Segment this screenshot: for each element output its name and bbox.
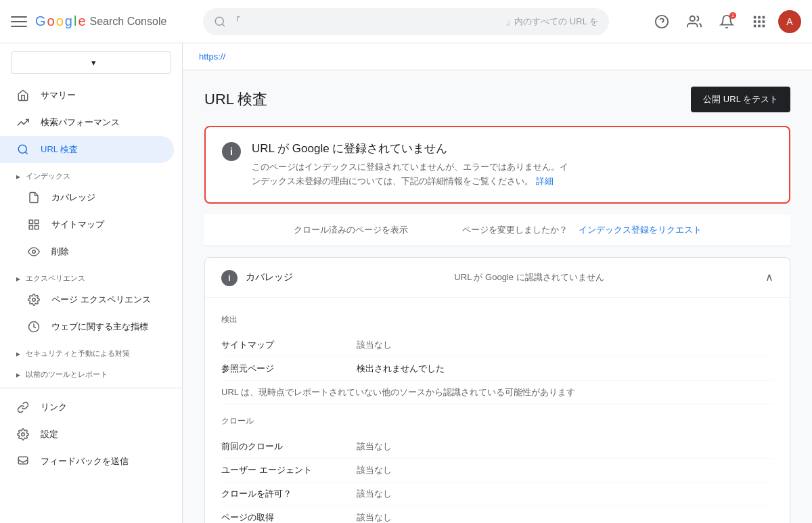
expand-index-icon[interactable]: ▸: [16, 172, 20, 181]
svg-rect-9: [758, 20, 761, 23]
user-agent-value: 該当なし: [357, 464, 392, 476]
sitemap-icon: [27, 218, 41, 231]
google-logo: Google Search Console: [35, 14, 166, 29]
svg-rect-10: [763, 20, 765, 23]
logo-e: e: [78, 14, 85, 29]
settings-gear-icon: [16, 428, 30, 441]
sidebar-item-search-performance[interactable]: 検索パフォーマンス: [0, 109, 174, 136]
svg-rect-11: [754, 24, 757, 27]
header-left: Google Search Console: [11, 14, 187, 30]
header: Google Search Console 」内のすべての URL を 1 A: [0, 0, 812, 43]
user-agent-label: ユーザー エージェント: [221, 464, 357, 476]
sidebar-item-removal[interactable]: 削除: [0, 238, 174, 265]
logo-g: G: [35, 14, 46, 29]
sidebar-label-links: リンク: [41, 401, 67, 413]
referrer-row: 参照元ページ 検出されませんでした: [221, 357, 773, 381]
expand-security-icon[interactable]: ▸: [16, 349, 20, 359]
page-fetch-label: ページの取得: [221, 511, 357, 523]
search-nav-icon: [16, 143, 30, 156]
hamburger-menu-icon[interactable]: [11, 14, 27, 30]
sidebar-label-feedback: フィードバックを送信: [41, 455, 129, 468]
referrer-value: 検出されませんでした: [357, 363, 445, 375]
search-icon: [214, 16, 226, 28]
status-title: URL が Google に登録されていません: [252, 141, 568, 156]
sidebar-label-sitemap: サイトマップ: [51, 219, 104, 231]
user-agent-row: ユーザー エージェント 該当なし: [221, 459, 773, 482]
index-request-link[interactable]: インデックス登録をリクエスト: [579, 224, 702, 236]
expand-experience-icon[interactable]: ▸: [16, 274, 20, 283]
avatar[interactable]: A: [778, 10, 801, 33]
logo-l: l: [74, 14, 76, 29]
svg-rect-17: [35, 220, 39, 223]
sidebar-label-url-inspection: URL 検査: [41, 143, 78, 156]
status-card-content: URL が Google に登録されていません このページはインデックスに登録さ…: [252, 141, 568, 189]
sidebar-label-page-experience: ページ エクスペリエンス: [51, 294, 151, 306]
svg-rect-18: [35, 226, 39, 229]
page-fetch-row: ページの取得 該当なし: [221, 506, 773, 523]
svg-rect-6: [758, 16, 761, 18]
svg-point-14: [18, 145, 26, 153]
svg-point-23: [22, 433, 25, 436]
nav-divider: [0, 388, 182, 388]
sidebar-label-removal: 削除: [51, 246, 69, 258]
sidebar-item-feedback[interactable]: フィードバックを送信: [0, 448, 174, 475]
crawl-allowed-label: クロールを許可？: [221, 488, 357, 500]
section-legacy-label: ▸ 以前のツールとレポート: [0, 361, 182, 382]
header-actions: 1 A: [648, 8, 801, 35]
crawled-page-link[interactable]: クロール済みのページを表示: [294, 224, 408, 236]
page-title: URL 検査: [204, 89, 267, 110]
notification-button[interactable]: 1: [713, 8, 740, 35]
crawl-section-label: クロール: [221, 415, 773, 427]
svg-point-20: [32, 250, 36, 254]
sidebar-label-settings: 設定: [41, 428, 58, 440]
sidebar-item-settings[interactable]: 設定: [0, 421, 174, 448]
svg-rect-13: [763, 24, 765, 27]
grid-button[interactable]: [746, 8, 773, 35]
help-button[interactable]: [648, 8, 675, 35]
sidebar-item-web-vitals[interactable]: ウェブに関する主な指標: [0, 313, 174, 340]
gauge-icon: [27, 320, 41, 334]
property-selector[interactable]: ▾: [11, 51, 171, 74]
status-detail-link[interactable]: 詳細: [536, 176, 554, 186]
logo-o1: o: [47, 14, 55, 29]
accounts-button[interactable]: [681, 8, 708, 35]
search-input[interactable]: [231, 16, 505, 27]
crawl-allowed-row: クロールを許可？ 該当なし: [221, 482, 773, 506]
sidebar-item-url-inspection[interactable]: URL 検査: [0, 136, 174, 163]
status-description: このページはインデックスに登録されていませんが、エラーではありません。インデック…: [252, 160, 568, 189]
trending-up-icon: [16, 116, 30, 129]
svg-rect-8: [754, 20, 757, 23]
info-icon: i: [222, 142, 241, 161]
detection-section-label: 検出: [221, 314, 773, 325]
status-card: i URL が Google に登録されていません このページはインデックスに登…: [204, 126, 790, 204]
chevron-down-icon: ▾: [91, 58, 163, 68]
svg-rect-19: [29, 226, 32, 229]
coverage-card: i カバレッジ URL が Google に認識されていません ∧ 検出 サイト…: [204, 257, 790, 523]
sidebar-label-web-vitals: ウェブに関する主な指標: [51, 321, 148, 333]
url-note: URL は、現時点でレポートされていない他のソースから認識されている可能性があり…: [221, 386, 575, 399]
search-bar: 」内のすべての URL を: [203, 8, 609, 35]
expand-legacy-icon[interactable]: ▸: [16, 370, 20, 380]
collapse-icon[interactable]: ∧: [765, 271, 773, 283]
section-index-label: ▸ インデックス: [0, 163, 182, 184]
sidebar-label-summary: サマリー: [41, 89, 76, 101]
content-area: URL 検査 公開 URL をテスト i URL が Google に登録されて…: [183, 70, 812, 523]
last-crawl-value: 該当なし: [357, 440, 392, 453]
link-icon: [16, 401, 30, 414]
test-url-button[interactable]: 公開 URL をテスト: [691, 87, 790, 112]
coverage-body: 検出 サイトマップ 該当なし 参照元ページ 検出されませんでした URL は、現…: [205, 298, 790, 523]
svg-point-0: [215, 17, 223, 25]
sidebar-item-page-experience[interactable]: ページ エクスペリエンス: [0, 286, 174, 313]
home-icon: [16, 89, 30, 102]
svg-line-1: [222, 24, 224, 26]
svg-rect-12: [758, 24, 761, 27]
search-hint: 」内のすべての URL を: [505, 16, 598, 28]
coverage-status: URL が Google に認識されていません: [454, 271, 604, 283]
url-note-row: URL は、現時点でレポートされていない他のソースから認識されている可能性があり…: [221, 381, 773, 405]
sidebar-item-links[interactable]: リンク: [0, 394, 174, 421]
page-header: URL 検査 公開 URL をテスト: [204, 87, 790, 112]
sidebar-item-sitemap[interactable]: サイトマップ: [0, 211, 174, 238]
sidebar-item-coverage[interactable]: カバレッジ: [0, 184, 174, 211]
sidebar-item-summary[interactable]: サマリー: [0, 82, 174, 109]
url-bar: https://: [183, 43, 812, 70]
